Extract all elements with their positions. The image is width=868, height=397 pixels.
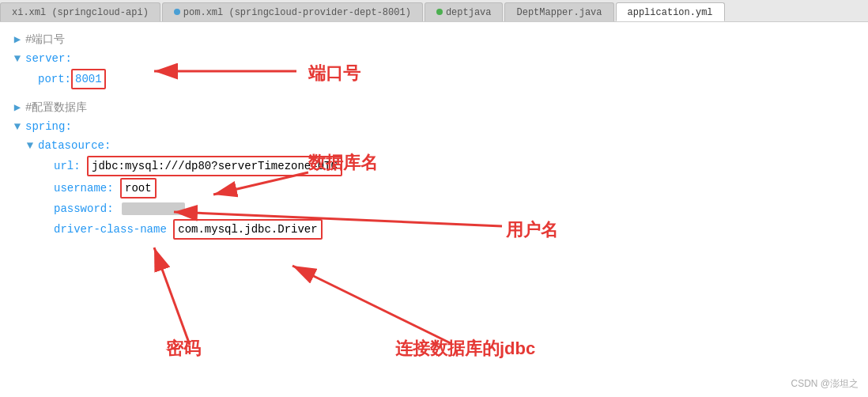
code-line-password: password:: [0, 199, 868, 218]
line-collapse-server[interactable]: ▼: [13, 50, 22, 67]
tab-deptjava[interactable]: deptjava: [425, 2, 504, 21]
line-collapse-spring[interactable]: ▼: [13, 118, 22, 135]
code-line-comment2: ▶ #配置数据库: [0, 98, 868, 117]
url-key: url:: [54, 157, 81, 175]
code-line-username: username: root: [0, 177, 868, 199]
tab-xi-xml[interactable]: xi.xml (springcloud-api): [0, 2, 160, 21]
code-line-driver: driver-class-name com.mysql.jdbc.Driver: [0, 218, 868, 240]
username-value: root: [120, 178, 157, 198]
tab-label: deptjava: [446, 7, 492, 18]
code-area: ▶ #端口号 ▼ server: port: 8001 ▶ #配置数据库 ▼ s…: [0, 22, 868, 397]
blank-line-1: [0, 90, 868, 98]
password-key: password:: [54, 200, 114, 217]
tab-deptmapper[interactable]: DeptMapper.java: [504, 2, 613, 21]
code-line-spring: ▼ spring:: [0, 117, 868, 136]
datasource-key: datasource:: [38, 137, 111, 154]
port-value: 8001: [71, 69, 106, 89]
line-collapse-arrow[interactable]: ▶: [13, 31, 22, 48]
tab-label: DeptMapper.java: [516, 7, 602, 18]
line-collapse-comment2[interactable]: ▶: [13, 99, 22, 116]
driver-key: driver-class-name: [54, 221, 167, 238]
password-annotation-label: 密码: [165, 338, 201, 358]
tab-pom-xml[interactable]: pom.xml (springcloud-provider-dept-8001): [162, 2, 423, 21]
code-line-server: ▼ server:: [0, 49, 868, 68]
url-value: jdbc:mysql:///dp80?serverTimezone=UTC: [87, 156, 342, 176]
server-key: server:: [25, 50, 72, 67]
code-line-port: port: 8001: [0, 68, 868, 90]
comment1-text: #端口号: [25, 31, 65, 48]
code-line-datasource: ▼ datasource:: [0, 136, 868, 155]
jdbc-annotation-label: 连接数据库的jdbc: [395, 338, 535, 358]
comment2-text: #配置数据库: [25, 99, 87, 116]
code-line-url: url: jdbc:mysql:///dp80?serverTimezone=U…: [0, 155, 868, 177]
tab-dot-blue: [174, 9, 180, 15]
spring-key: spring:: [25, 118, 72, 135]
port-key: port:: [38, 70, 71, 88]
tab-label: pom.xml (springcloud-provider-dept-8001): [183, 7, 411, 18]
line-collapse-datasource[interactable]: ▼: [25, 137, 35, 154]
svg-line-4: [154, 248, 190, 345]
username-key: username:: [54, 180, 114, 197]
tab-bar: xi.xml (springcloud-api) pom.xml (spring…: [0, 0, 868, 22]
tab-dot-green: [436, 9, 443, 15]
password-value-blurred: [122, 202, 185, 215]
tab-label: xi.xml (springcloud-api): [12, 7, 149, 18]
code-line-comment1: ▶ #端口号: [0, 30, 868, 49]
driver-value: com.mysql.jdbc.Driver: [173, 219, 322, 240]
watermark: CSDN @澎坦之: [791, 377, 859, 391]
tab-application-yml[interactable]: application.yml: [616, 2, 725, 21]
svg-line-5: [292, 266, 451, 343]
tab-label: application.yml: [628, 7, 713, 18]
